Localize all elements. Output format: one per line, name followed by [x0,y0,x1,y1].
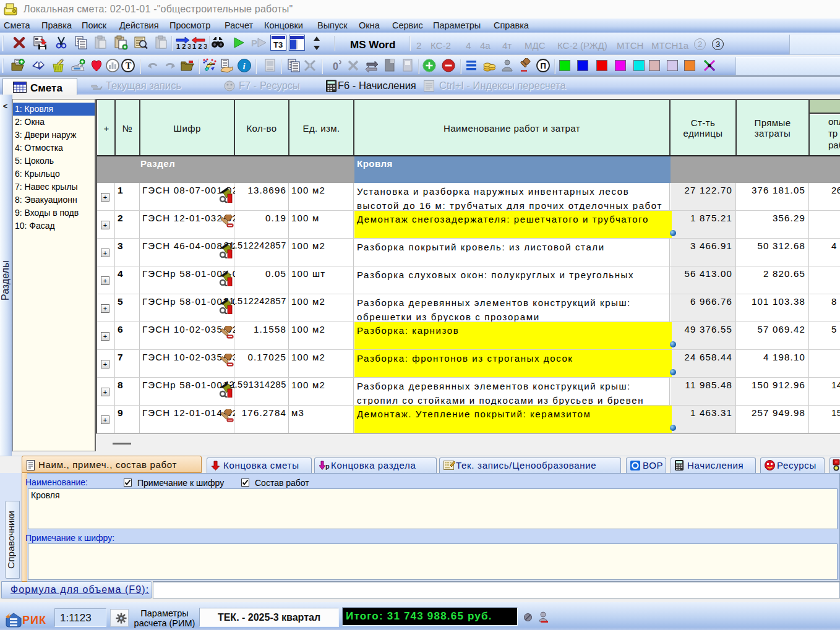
svg-text:0: 0 [333,61,338,72]
svg-text:П: П [541,61,546,70]
svg-text:p: p [325,462,330,470]
svg-text:1 2 3: 1 2 3 [176,43,191,50]
svg-text:T3: T3 [273,40,283,49]
svg-text:T: T [126,61,132,70]
svg-text:1 2 3: 1 2 3 [192,43,207,50]
svg-text:P: P [251,38,257,48]
